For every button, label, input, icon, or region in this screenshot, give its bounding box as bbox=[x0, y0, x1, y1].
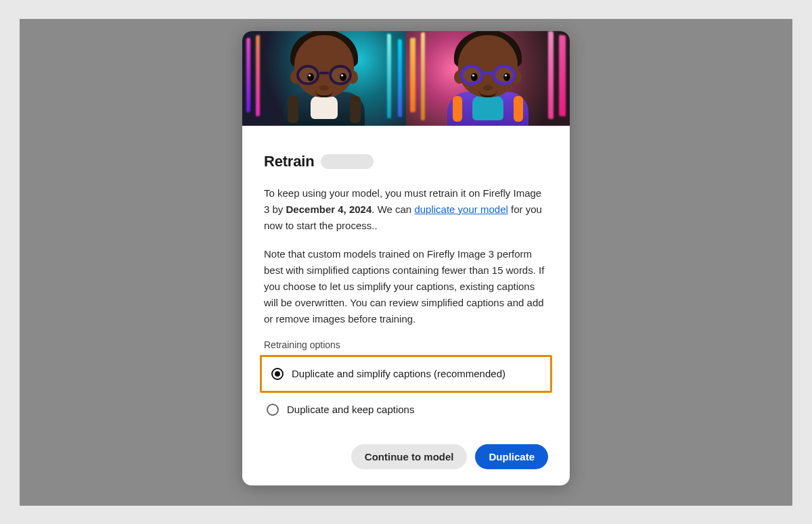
option-highlight: Duplicate and simplify captions (recomme… bbox=[260, 355, 552, 393]
option-label: Duplicate and simplify captions (recomme… bbox=[292, 368, 505, 379]
radio-selected-icon bbox=[271, 368, 284, 380]
duplicate-model-link[interactable]: duplicate your model bbox=[414, 204, 508, 215]
dialog-content: Retrain To keep using your model, you mu… bbox=[242, 126, 570, 485]
model-name-placeholder bbox=[321, 154, 374, 169]
dialog-title: Retrain bbox=[264, 153, 314, 170]
option-keep-captions[interactable]: Duplicate and keep captions bbox=[264, 398, 548, 421]
radio-unselected-icon bbox=[267, 404, 279, 416]
options-section-label: Retraining options bbox=[264, 339, 548, 350]
option-simplify-captions[interactable]: Duplicate and simplify captions (recomme… bbox=[269, 362, 543, 385]
deadline-date: December 4, 2024 bbox=[286, 204, 372, 215]
note-paragraph: Note that custom models trained on Firef… bbox=[264, 246, 548, 327]
hero-image-right bbox=[406, 31, 570, 126]
dialog-title-row: Retrain bbox=[264, 153, 548, 170]
intro-paragraph: To keep using your model, you must retra… bbox=[264, 185, 548, 234]
dialog-hero bbox=[242, 31, 570, 126]
intro-text-2: . We can bbox=[371, 204, 414, 215]
modal-backdrop: Retrain To keep using your model, you mu… bbox=[20, 19, 792, 506]
hero-character-left bbox=[273, 31, 375, 126]
duplicate-button[interactable]: Duplicate bbox=[475, 444, 548, 469]
option-label: Duplicate and keep captions bbox=[287, 404, 414, 415]
retraining-options: Duplicate and simplify captions (recomme… bbox=[264, 357, 548, 421]
retrain-dialog: Retrain To keep using your model, you mu… bbox=[242, 31, 570, 485]
dialog-body-text: To keep using your model, you must retra… bbox=[264, 185, 548, 327]
hero-character-right bbox=[437, 31, 539, 126]
continue-to-model-button[interactable]: Continue to model bbox=[351, 444, 468, 469]
hero-image-left bbox=[242, 31, 406, 126]
dialog-actions: Continue to model Duplicate bbox=[264, 444, 548, 469]
